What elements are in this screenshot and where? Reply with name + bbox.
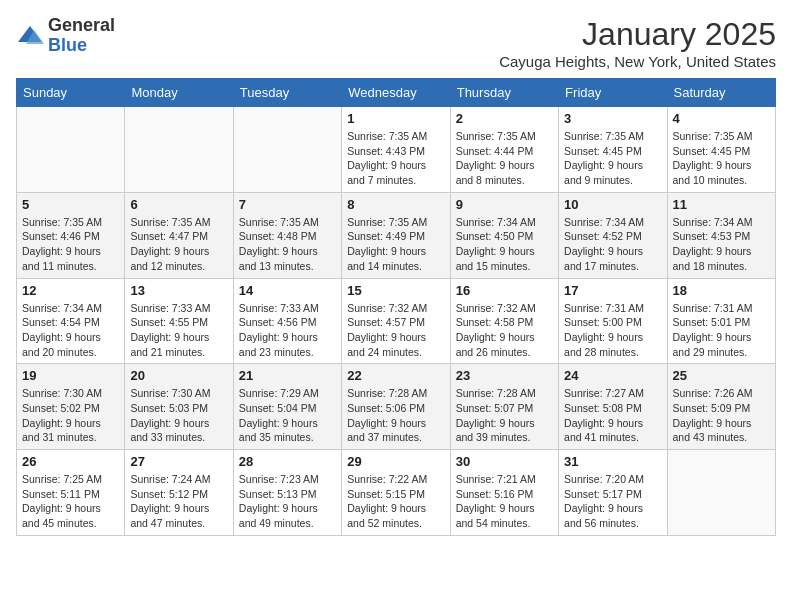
calendar-day-cell: 26Sunrise: 7:25 AM Sunset: 5:11 PM Dayli…	[17, 450, 125, 536]
calendar-week-row: 26Sunrise: 7:25 AM Sunset: 5:11 PM Dayli…	[17, 450, 776, 536]
calendar-day-cell: 25Sunrise: 7:26 AM Sunset: 5:09 PM Dayli…	[667, 364, 775, 450]
day-number: 28	[239, 454, 336, 469]
day-number: 13	[130, 283, 227, 298]
calendar-day-cell: 18Sunrise: 7:31 AM Sunset: 5:01 PM Dayli…	[667, 278, 775, 364]
day-info: Sunrise: 7:35 AM Sunset: 4:45 PM Dayligh…	[673, 129, 770, 188]
weekday-header-monday: Monday	[125, 79, 233, 107]
calendar-day-cell: 20Sunrise: 7:30 AM Sunset: 5:03 PM Dayli…	[125, 364, 233, 450]
weekday-header-friday: Friday	[559, 79, 667, 107]
calendar-day-cell: 13Sunrise: 7:33 AM Sunset: 4:55 PM Dayli…	[125, 278, 233, 364]
day-info: Sunrise: 7:34 AM Sunset: 4:50 PM Dayligh…	[456, 215, 553, 274]
calendar-day-cell: 8Sunrise: 7:35 AM Sunset: 4:49 PM Daylig…	[342, 192, 450, 278]
calendar-day-cell: 1Sunrise: 7:35 AM Sunset: 4:43 PM Daylig…	[342, 107, 450, 193]
calendar-day-cell	[17, 107, 125, 193]
calendar-header-row: SundayMondayTuesdayWednesdayThursdayFrid…	[17, 79, 776, 107]
day-info: Sunrise: 7:20 AM Sunset: 5:17 PM Dayligh…	[564, 472, 661, 531]
day-info: Sunrise: 7:33 AM Sunset: 4:55 PM Dayligh…	[130, 301, 227, 360]
calendar-day-cell: 12Sunrise: 7:34 AM Sunset: 4:54 PM Dayli…	[17, 278, 125, 364]
day-info: Sunrise: 7:32 AM Sunset: 4:57 PM Dayligh…	[347, 301, 444, 360]
day-info: Sunrise: 7:35 AM Sunset: 4:43 PM Dayligh…	[347, 129, 444, 188]
calendar-day-cell	[233, 107, 341, 193]
day-info: Sunrise: 7:30 AM Sunset: 5:03 PM Dayligh…	[130, 386, 227, 445]
calendar-day-cell: 16Sunrise: 7:32 AM Sunset: 4:58 PM Dayli…	[450, 278, 558, 364]
calendar-day-cell: 4Sunrise: 7:35 AM Sunset: 4:45 PM Daylig…	[667, 107, 775, 193]
day-number: 11	[673, 197, 770, 212]
day-number: 2	[456, 111, 553, 126]
day-info: Sunrise: 7:22 AM Sunset: 5:15 PM Dayligh…	[347, 472, 444, 531]
day-number: 29	[347, 454, 444, 469]
calendar-day-cell: 30Sunrise: 7:21 AM Sunset: 5:16 PM Dayli…	[450, 450, 558, 536]
calendar-day-cell: 3Sunrise: 7:35 AM Sunset: 4:45 PM Daylig…	[559, 107, 667, 193]
calendar-week-row: 1Sunrise: 7:35 AM Sunset: 4:43 PM Daylig…	[17, 107, 776, 193]
day-info: Sunrise: 7:31 AM Sunset: 5:00 PM Dayligh…	[564, 301, 661, 360]
day-info: Sunrise: 7:26 AM Sunset: 5:09 PM Dayligh…	[673, 386, 770, 445]
day-info: Sunrise: 7:34 AM Sunset: 4:53 PM Dayligh…	[673, 215, 770, 274]
calendar-day-cell: 28Sunrise: 7:23 AM Sunset: 5:13 PM Dayli…	[233, 450, 341, 536]
logo-icon	[16, 22, 44, 50]
day-info: Sunrise: 7:31 AM Sunset: 5:01 PM Dayligh…	[673, 301, 770, 360]
day-info: Sunrise: 7:35 AM Sunset: 4:45 PM Dayligh…	[564, 129, 661, 188]
day-number: 23	[456, 368, 553, 383]
calendar-day-cell: 11Sunrise: 7:34 AM Sunset: 4:53 PM Dayli…	[667, 192, 775, 278]
calendar-week-row: 5Sunrise: 7:35 AM Sunset: 4:46 PM Daylig…	[17, 192, 776, 278]
calendar-day-cell	[667, 450, 775, 536]
weekday-header-tuesday: Tuesday	[233, 79, 341, 107]
weekday-header-wednesday: Wednesday	[342, 79, 450, 107]
day-info: Sunrise: 7:28 AM Sunset: 5:07 PM Dayligh…	[456, 386, 553, 445]
calendar-day-cell: 17Sunrise: 7:31 AM Sunset: 5:00 PM Dayli…	[559, 278, 667, 364]
day-number: 8	[347, 197, 444, 212]
weekday-header-sunday: Sunday	[17, 79, 125, 107]
logo-blue: Blue	[48, 35, 87, 55]
day-number: 21	[239, 368, 336, 383]
calendar-day-cell: 9Sunrise: 7:34 AM Sunset: 4:50 PM Daylig…	[450, 192, 558, 278]
day-number: 14	[239, 283, 336, 298]
day-number: 6	[130, 197, 227, 212]
day-number: 15	[347, 283, 444, 298]
day-info: Sunrise: 7:29 AM Sunset: 5:04 PM Dayligh…	[239, 386, 336, 445]
logo-text: General Blue	[48, 16, 115, 56]
day-info: Sunrise: 7:28 AM Sunset: 5:06 PM Dayligh…	[347, 386, 444, 445]
day-info: Sunrise: 7:25 AM Sunset: 5:11 PM Dayligh…	[22, 472, 119, 531]
day-number: 25	[673, 368, 770, 383]
calendar-day-cell: 6Sunrise: 7:35 AM Sunset: 4:47 PM Daylig…	[125, 192, 233, 278]
calendar-day-cell: 5Sunrise: 7:35 AM Sunset: 4:46 PM Daylig…	[17, 192, 125, 278]
day-number: 9	[456, 197, 553, 212]
day-number: 4	[673, 111, 770, 126]
calendar-day-cell	[125, 107, 233, 193]
day-info: Sunrise: 7:33 AM Sunset: 4:56 PM Dayligh…	[239, 301, 336, 360]
title-block: January 2025 Cayuga Heights, New York, U…	[499, 16, 776, 70]
calendar-day-cell: 7Sunrise: 7:35 AM Sunset: 4:48 PM Daylig…	[233, 192, 341, 278]
day-info: Sunrise: 7:35 AM Sunset: 4:46 PM Dayligh…	[22, 215, 119, 274]
day-info: Sunrise: 7:35 AM Sunset: 4:48 PM Dayligh…	[239, 215, 336, 274]
day-info: Sunrise: 7:23 AM Sunset: 5:13 PM Dayligh…	[239, 472, 336, 531]
day-number: 1	[347, 111, 444, 126]
day-number: 19	[22, 368, 119, 383]
day-number: 22	[347, 368, 444, 383]
day-number: 26	[22, 454, 119, 469]
day-number: 17	[564, 283, 661, 298]
day-number: 16	[456, 283, 553, 298]
day-number: 3	[564, 111, 661, 126]
day-info: Sunrise: 7:30 AM Sunset: 5:02 PM Dayligh…	[22, 386, 119, 445]
calendar-day-cell: 31Sunrise: 7:20 AM Sunset: 5:17 PM Dayli…	[559, 450, 667, 536]
calendar-day-cell: 29Sunrise: 7:22 AM Sunset: 5:15 PM Dayli…	[342, 450, 450, 536]
day-info: Sunrise: 7:21 AM Sunset: 5:16 PM Dayligh…	[456, 472, 553, 531]
page-header: General Blue January 2025 Cayuga Heights…	[16, 16, 776, 70]
day-info: Sunrise: 7:34 AM Sunset: 4:54 PM Dayligh…	[22, 301, 119, 360]
day-number: 27	[130, 454, 227, 469]
day-info: Sunrise: 7:35 AM Sunset: 4:49 PM Dayligh…	[347, 215, 444, 274]
day-number: 20	[130, 368, 227, 383]
logo: General Blue	[16, 16, 115, 56]
day-info: Sunrise: 7:27 AM Sunset: 5:08 PM Dayligh…	[564, 386, 661, 445]
location: Cayuga Heights, New York, United States	[499, 53, 776, 70]
calendar-table: SundayMondayTuesdayWednesdayThursdayFrid…	[16, 78, 776, 536]
day-number: 24	[564, 368, 661, 383]
day-info: Sunrise: 7:24 AM Sunset: 5:12 PM Dayligh…	[130, 472, 227, 531]
calendar-day-cell: 22Sunrise: 7:28 AM Sunset: 5:06 PM Dayli…	[342, 364, 450, 450]
calendar-day-cell: 14Sunrise: 7:33 AM Sunset: 4:56 PM Dayli…	[233, 278, 341, 364]
logo-general: General	[48, 15, 115, 35]
month-title: January 2025	[499, 16, 776, 53]
calendar-day-cell: 2Sunrise: 7:35 AM Sunset: 4:44 PM Daylig…	[450, 107, 558, 193]
weekday-header-thursday: Thursday	[450, 79, 558, 107]
day-number: 30	[456, 454, 553, 469]
